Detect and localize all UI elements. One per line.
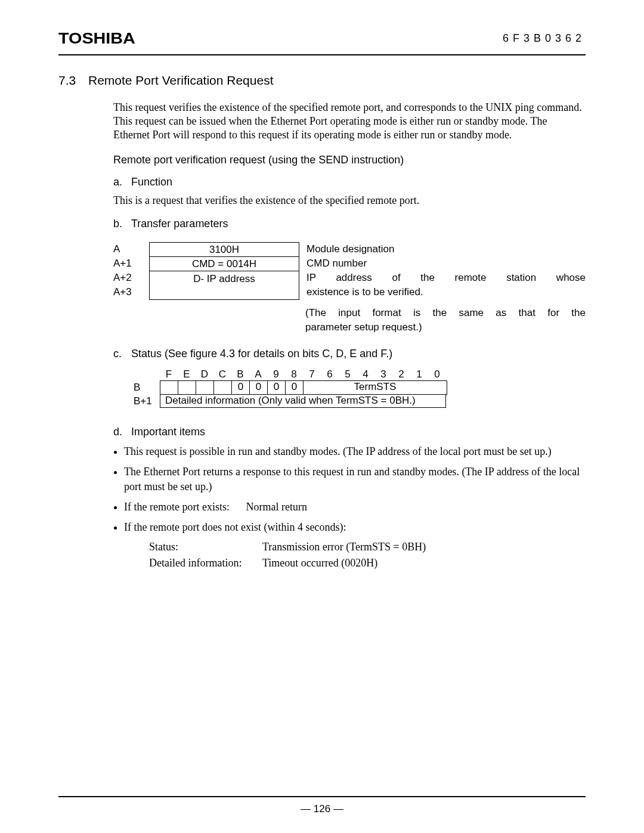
bit-9: 9 — [267, 368, 285, 380]
brand-logo: TOSHIBA — [58, 30, 135, 47]
transfer-param-row-labels: A A+1 A+2 A+3 — [113, 242, 149, 300]
tp-note-1: (The input format is the same as that fo… — [305, 306, 586, 320]
bit-D: D — [196, 368, 213, 380]
bit-3: 3 — [374, 368, 392, 380]
document-page: TOSHIBA 6F3B0362 7.3 Remote Port Verific… — [0, 0, 644, 833]
item-d-title: Important items — [131, 426, 205, 438]
bit-header-row: F E D C B A 9 8 7 6 5 4 3 2 1 0 — [160, 368, 586, 380]
section-body: This request verifies the existence of t… — [113, 101, 586, 569]
bit-2: 2 — [392, 368, 410, 380]
bit-A: A — [249, 368, 267, 380]
status-row-label-B: B — [134, 382, 160, 394]
important-items-list: This request is possible in run and stan… — [113, 444, 586, 534]
tp-desc-module: Module designation — [306, 242, 586, 256]
kv-detail-val: Timeout occurred (0020H) — [262, 557, 377, 569]
cell-E — [178, 381, 196, 394]
tp-row-A: A — [113, 242, 149, 256]
cell-D — [196, 381, 214, 394]
cell-8: 0 — [286, 381, 304, 394]
item-d-label: d. — [113, 426, 131, 438]
tp-desc-ip2: existence is to be verified. — [306, 285, 586, 299]
status-row-B: B 0 0 0 0 TermSTS — [134, 380, 586, 395]
bullet-3: If the remote port exists: Normal return — [124, 500, 586, 514]
cell-A: 0 — [250, 381, 268, 394]
kv-status-key: Status: — [149, 541, 262, 553]
item-c: c. Status (See figure 4.3 for details on… — [113, 348, 586, 360]
cell-B: 0 — [232, 381, 250, 394]
item-b-title: Transfer parameters — [131, 218, 228, 230]
item-c-title: Status (See figure 4.3 for details on bi… — [131, 348, 392, 360]
cell-termsts: TermSTS — [304, 381, 447, 394]
tp-desc-ip1: IP address of the remote station whose — [306, 271, 586, 285]
tp-row-A3: A+3 — [113, 285, 149, 299]
section-heading: 7.3 Remote Port Verification Request — [58, 73, 586, 88]
tp-note-2: parameter setup request.) — [305, 320, 586, 335]
item-b: b. Transfer parameters — [113, 218, 586, 230]
bit-8: 8 — [285, 368, 303, 380]
section-number: 7.3 — [58, 73, 88, 88]
tp-desc-cmd: CMD number — [306, 256, 586, 271]
status-row1-cells: 0 0 0 0 TermSTS — [160, 380, 447, 395]
bit-1: 1 — [410, 368, 428, 380]
bit-7: 7 — [303, 368, 321, 380]
kv-detail-key: Detailed information: — [149, 557, 262, 569]
item-a-title: Function — [131, 176, 172, 188]
kv-detail: Detailed information: Timeout occurred (… — [149, 557, 586, 569]
page-header: TOSHIBA 6F3B0362 — [58, 30, 586, 55]
cell-F — [160, 381, 178, 394]
cell-9: 0 — [268, 381, 286, 394]
bullet-1: This request is possible in run and stan… — [124, 444, 586, 459]
bullet-3-label: If the remote port exists: — [124, 500, 243, 514]
transfer-param-box: 3100H CMD = 0014H D- IP address — [149, 242, 299, 300]
status-row-B1: B+1 Detailed information (Only valid whe… — [134, 395, 586, 408]
tp-cell-1: CMD = 0014H — [150, 257, 299, 271]
error-detail-block: Status: Transmission error (TermSTS = 0B… — [149, 541, 586, 569]
page-number: — 126 — — [0, 803, 644, 815]
bullet-3-value: Normal return — [246, 501, 307, 513]
transfer-param-note: (The input format is the same as that fo… — [305, 306, 586, 335]
bit-B: B — [231, 368, 249, 380]
subheading: Remote port verification request (using … — [113, 154, 586, 166]
intro-paragraph: This request verifies the existence of t… — [113, 101, 586, 142]
status-table: F E D C B A 9 8 7 6 5 4 3 2 1 0 B — [134, 368, 586, 408]
tp-cell-2: D- IP address — [150, 271, 299, 299]
bit-6: 6 — [321, 368, 339, 380]
bullet-2: The Ethernet Port returns a response to … — [124, 465, 586, 494]
item-a-text: This is a request that verifies the exis… — [113, 194, 586, 207]
transfer-param-table: A A+1 A+2 A+3 3100H CMD = 0014H D- IP ad… — [113, 242, 586, 300]
footer-rule — [58, 796, 586, 797]
tp-row-A2: A+2 — [113, 271, 149, 285]
bit-F: F — [160, 368, 178, 380]
section-title-text: Remote Port Verification Request — [88, 73, 274, 88]
bit-E: E — [178, 368, 196, 380]
bit-0: 0 — [428, 368, 446, 380]
bullet-4: If the remote port does not exist (withi… — [124, 520, 586, 534]
bit-C: C — [213, 368, 231, 380]
item-a-label: a. — [113, 176, 131, 188]
item-d: d. Important items — [113, 426, 586, 438]
transfer-param-desc: Module designation CMD number IP address… — [306, 242, 586, 300]
status-row2-cell: Detailed information (Only valid when Te… — [160, 395, 446, 408]
tp-cell-0: 3100H — [150, 243, 299, 257]
kv-status: Status: Transmission error (TermSTS = 0B… — [149, 541, 586, 553]
item-a: a. Function — [113, 176, 586, 188]
bit-4: 4 — [357, 368, 374, 380]
kv-status-val: Transmission error (TermSTS = 0BH) — [262, 541, 426, 553]
cell-C — [214, 381, 232, 394]
status-row-label-B1: B+1 — [134, 395, 160, 407]
bit-5: 5 — [339, 368, 357, 380]
item-b-label: b. — [113, 218, 131, 230]
item-c-label: c. — [113, 348, 131, 360]
document-number: 6F3B0362 — [503, 32, 586, 45]
tp-row-A1: A+1 — [113, 256, 149, 271]
